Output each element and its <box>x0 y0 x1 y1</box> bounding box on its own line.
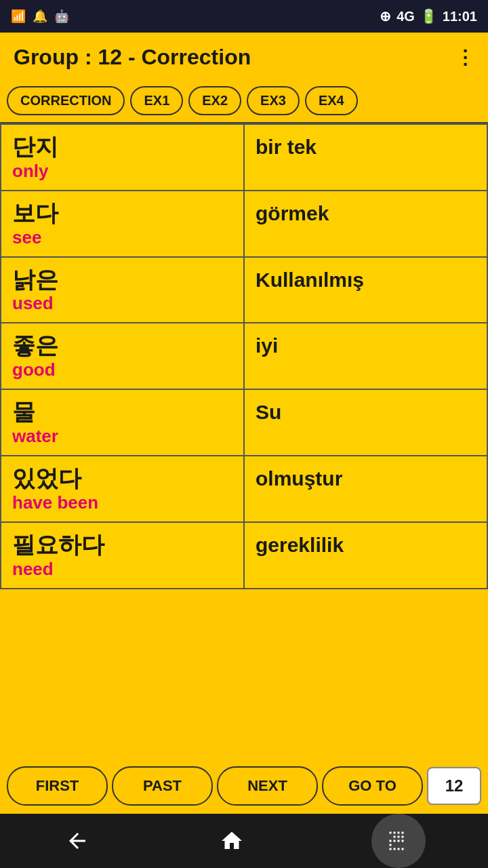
turkish-cell[interactable]: Su <box>244 389 487 456</box>
notification-icon: 🔔 <box>33 9 47 24</box>
turkish-cell[interactable]: görmek <box>244 191 487 257</box>
vocab-table: 단지 only bir tek 보다 see görmek 낡은 used Ku… <box>0 123 488 589</box>
tab-ex2[interactable]: EX2 <box>188 86 241 115</box>
korean-cell[interactable]: 물 water <box>1 389 244 456</box>
korean-word: 좋은 <box>12 332 232 359</box>
table-row: 보다 see görmek <box>1 191 487 257</box>
signal-label: 4G <box>396 9 415 24</box>
tab-ex3[interactable]: EX3 <box>247 86 300 115</box>
english-translation: need <box>12 559 232 580</box>
home-button[interactable] <box>217 826 247 856</box>
turkish-translation: Kullanılmış <box>256 266 476 292</box>
vocab-table-area: 단지 only bir tek 보다 see görmek 낡은 used Ku… <box>0 122 488 758</box>
tab-correction[interactable]: CORRECTION <box>7 86 125 115</box>
turkish-cell[interactable]: gereklilik <box>244 522 487 589</box>
android-icon: 🤖 <box>54 9 69 24</box>
english-translation: used <box>12 293 232 314</box>
tab-bar: CORRECTION EX1 EX2 EX3 EX4 <box>0 82 488 122</box>
english-translation: good <box>12 359 232 380</box>
korean-cell[interactable]: 단지 only <box>1 124 244 191</box>
english-translation: see <box>12 227 232 248</box>
korean-cell[interactable]: 좋은 good <box>1 323 244 389</box>
time-label: 11:01 <box>443 9 477 24</box>
english-translation: water <box>12 426 232 447</box>
korean-word: 물 <box>12 398 232 426</box>
menu-button[interactable]: ⋮ <box>455 46 474 68</box>
korean-cell[interactable]: 보다 see <box>1 191 244 257</box>
table-row: 필요하다 need gereklilik <box>1 522 487 589</box>
past-button[interactable]: PAST <box>112 766 213 806</box>
turkish-translation: görmek <box>256 199 476 225</box>
status-bar: 📶 🔔 🤖 ⊕ 4G 🔋 11:01 <box>0 0 488 33</box>
status-right: ⊕ 4G 🔋 11:01 <box>380 8 477 24</box>
english-translation: only <box>12 161 232 182</box>
turkish-translation: Su <box>256 398 476 424</box>
turkish-translation: olmuştur <box>256 465 476 490</box>
bottom-bar: FIRST PAST NEXT GO TO <box>0 758 488 814</box>
table-row: 물 water Su <box>1 389 487 456</box>
korean-word: 보다 <box>12 199 232 227</box>
korean-cell[interactable]: 있었다 have been <box>1 456 244 522</box>
android-nav-bar <box>0 814 488 868</box>
status-icons: 📶 🔔 🤖 <box>11 9 69 24</box>
next-button[interactable]: NEXT <box>217 766 318 806</box>
turkish-cell[interactable]: olmuştur <box>244 456 487 522</box>
korean-word: 필요하다 <box>12 531 232 559</box>
turkish-cell[interactable]: bir tek <box>244 124 487 191</box>
korean-cell[interactable]: 필요하다 need <box>1 522 244 589</box>
table-row: 단지 only bir tek <box>1 124 487 191</box>
header: Group : 12 - Correction ⋮ <box>0 33 488 82</box>
table-row: 좋은 good iyi <box>1 323 487 389</box>
turkish-translation: bir tek <box>256 133 476 159</box>
tab-ex1[interactable]: EX1 <box>130 86 183 115</box>
korean-cell[interactable]: 낡은 used <box>1 257 244 323</box>
korean-word: 단지 <box>12 133 232 161</box>
battery-icon: 🔋 <box>420 8 437 24</box>
wifi-icon: 📶 <box>11 9 26 24</box>
turkish-cell[interactable]: iyi <box>244 323 487 389</box>
korean-word: 있었다 <box>12 465 232 492</box>
tab-ex4[interactable]: EX4 <box>305 86 358 115</box>
english-translation: have been <box>12 492 232 513</box>
table-row: 낡은 used Kullanılmış <box>1 257 487 323</box>
turkish-cell[interactable]: Kullanılmış <box>244 257 487 323</box>
goto-button[interactable]: GO TO <box>322 766 423 806</box>
back-button[interactable] <box>62 826 92 856</box>
page-title: Group : 12 - Correction <box>14 45 251 70</box>
network-icon: ⊕ <box>380 8 391 24</box>
page-number-input[interactable] <box>427 767 481 805</box>
turkish-translation: iyi <box>256 332 476 357</box>
recent-apps-button[interactable] <box>371 814 426 868</box>
turkish-translation: gereklilik <box>256 531 476 557</box>
table-row: 있었다 have been olmuştur <box>1 456 487 522</box>
first-button[interactable]: FIRST <box>7 766 108 806</box>
korean-word: 낡은 <box>12 266 232 294</box>
